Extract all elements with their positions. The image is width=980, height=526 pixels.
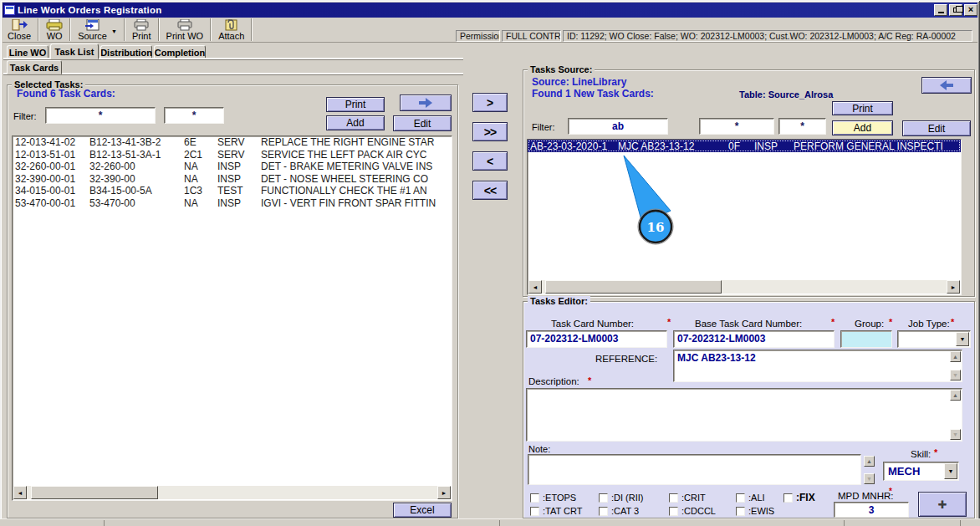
required-marker: * bbox=[889, 317, 892, 327]
task-card-number-field[interactable]: 07-202312-LM0003 bbox=[526, 330, 667, 348]
toolbar-separator bbox=[158, 18, 160, 41]
selected-filter-label: Filter: bbox=[13, 111, 37, 121]
toolbar-attach-button[interactable]: Attach bbox=[213, 18, 249, 42]
checkbox-tat-crt[interactable]: :TAT CRT bbox=[530, 506, 582, 516]
group-field[interactable] bbox=[840, 330, 892, 348]
transfer-left-button[interactable]: < bbox=[472, 151, 508, 171]
minimize-button[interactable] bbox=[934, 4, 947, 16]
description-field[interactable]: ▲ ▼ bbox=[526, 388, 962, 442]
toolbar-close-button[interactable]: Close bbox=[3, 18, 36, 42]
toolbar-source-button[interactable]: Source ▼ bbox=[73, 18, 122, 42]
required-marker: * bbox=[889, 487, 892, 496]
mpd-mnhr-field[interactable]: 3 bbox=[834, 502, 909, 518]
task-row[interactable]: 34-015-00-01B34-15-00-5A1C3TESTFUNCTIONA… bbox=[13, 185, 452, 197]
checkbox-fix[interactable]: :FIX bbox=[783, 492, 815, 503]
scroll-right-icon[interactable]: ► bbox=[437, 486, 451, 499]
selected-list-hscrollbar[interactable]: ◄ ► bbox=[13, 486, 451, 499]
scroll-thumb[interactable] bbox=[31, 486, 158, 499]
task-row[interactable]: 12-013-41-02B12-13-41-3B-26ESERVREPLACE … bbox=[13, 136, 452, 149]
transfer-all-left-button[interactable]: << bbox=[472, 181, 508, 200]
task-row[interactable]: 32-390-00-0132-390-00NAINSPDET - NOSE WH… bbox=[13, 173, 452, 186]
required-marker: * bbox=[667, 317, 671, 327]
task-row[interactable]: 12-013-51-01B12-13-51-3A-12C1SERVSERVICE… bbox=[13, 149, 452, 161]
source-line: Source: LineLibrary bbox=[532, 76, 626, 88]
selected-edit-button[interactable]: Edit bbox=[393, 115, 452, 131]
source-tasks-list[interactable]: AB-23-03-2020-1 MJC AB23-13-12 0F INSP P… bbox=[527, 139, 962, 295]
scroll-thumb[interactable] bbox=[545, 280, 722, 294]
source-filter-input-1[interactable]: ab bbox=[568, 118, 668, 135]
checkbox-di-rii[interactable]: :DI (RII) bbox=[599, 493, 644, 503]
source-dropdown-caret-icon[interactable]: ▼ bbox=[111, 28, 117, 42]
scroll-right-icon[interactable]: ► bbox=[947, 280, 960, 294]
toolbar-wo-button[interactable]: WO bbox=[41, 18, 68, 42]
tasks-editor-legend: Tasks Editor: bbox=[528, 296, 590, 306]
checkbox-box[interactable] bbox=[599, 493, 608, 503]
transfer-all-right-button[interactable]: >> bbox=[472, 122, 508, 141]
checkbox-cdccl[interactable]: :CDCCL bbox=[669, 506, 716, 516]
checkbox-box[interactable] bbox=[530, 507, 539, 516]
plus-icon: ✚ bbox=[938, 498, 947, 511]
title-bar: Line Work Orders Registration × bbox=[3, 3, 977, 18]
checkbox-ali[interactable]: :ALI bbox=[736, 493, 765, 503]
source-task-row-selected[interactable]: AB-23-03-2020-1 MJC AB23-13-12 0F INSP P… bbox=[528, 140, 961, 152]
task-row[interactable]: 53-470-00-0153-470-00NAINSPIGVI - VERT F… bbox=[13, 197, 452, 210]
toolbar-print-button[interactable]: Print bbox=[127, 18, 156, 42]
reference-field[interactable]: MJC AB23-13-12 ▲ ▼ bbox=[673, 350, 962, 382]
checkbox-box[interactable] bbox=[599, 507, 608, 516]
scroll-down-icon[interactable]: ▼ bbox=[950, 370, 961, 380]
transfer-right-button[interactable]: > bbox=[472, 93, 508, 112]
skill-caret-icon[interactable]: ▼ bbox=[944, 463, 957, 479]
permission-value-box: FULL CONTROL bbox=[502, 30, 561, 42]
selected-print-button[interactable]: Print bbox=[326, 97, 385, 112]
checkbox-box[interactable] bbox=[736, 493, 745, 503]
base-task-card-number-label: Base Task Card Number: bbox=[695, 319, 802, 329]
tab-task-list[interactable]: Task List bbox=[50, 43, 99, 59]
scroll-down-icon[interactable]: ▼ bbox=[864, 473, 875, 484]
base-task-card-number-field[interactable]: 07-202312-LM0003 bbox=[673, 330, 835, 348]
restore-button[interactable] bbox=[949, 4, 962, 16]
add-more-button[interactable]: ✚ bbox=[918, 492, 967, 517]
scroll-up-icon[interactable]: ▲ bbox=[950, 390, 961, 401]
toolbar-separator bbox=[69, 18, 71, 41]
checkbox-ewis[interactable]: :EWIS bbox=[736, 506, 774, 516]
checkbox-box[interactable] bbox=[669, 493, 678, 503]
selected-add-button[interactable]: Add bbox=[326, 115, 385, 130]
scroll-up-icon[interactable]: ▲ bbox=[864, 456, 875, 467]
source-list-hscrollbar[interactable]: ◄ ► bbox=[528, 280, 960, 294]
job-type-dropdown[interactable]: ▼ bbox=[897, 330, 971, 348]
subtab-task-cards[interactable]: Task Cards bbox=[7, 60, 62, 74]
required-marker: * bbox=[588, 375, 591, 386]
skill-dropdown[interactable]: MECH ▼ bbox=[883, 462, 959, 481]
job-type-caret-icon[interactable]: ▼ bbox=[956, 332, 969, 346]
task-row[interactable]: 32-260-00-0132-260-00NAINSPDET - BRAKE M… bbox=[13, 161, 452, 173]
checkbox-box[interactable] bbox=[783, 493, 793, 503]
source-filter-input-3[interactable]: * bbox=[778, 118, 826, 135]
checkbox-box[interactable] bbox=[669, 507, 678, 516]
toolbar-print-wo-button[interactable]: Print WO bbox=[161, 18, 209, 42]
source-edit-button[interactable]: Edit bbox=[902, 120, 971, 136]
printer-icon bbox=[176, 19, 193, 31]
checkbox-etops[interactable]: :ETOPS bbox=[530, 493, 576, 503]
window-title: Line Work Orders Registration bbox=[18, 5, 161, 15]
selected-tasks-list[interactable]: 12-013-41-02B12-13-41-3B-26ESERVREPLACE … bbox=[12, 135, 452, 501]
checkbox-cat3[interactable]: :CAT 3 bbox=[599, 506, 639, 516]
source-print-button[interactable]: Print bbox=[832, 101, 893, 115]
toolbar-attach-label: Attach bbox=[218, 31, 244, 41]
selected-filter-input-1[interactable]: * bbox=[45, 107, 156, 124]
checkbox-box[interactable] bbox=[736, 507, 745, 516]
source-filter-input-2[interactable]: * bbox=[699, 118, 774, 135]
note-field[interactable] bbox=[528, 454, 861, 485]
checkbox-box[interactable] bbox=[530, 493, 539, 503]
close-window-button[interactable]: × bbox=[964, 4, 977, 16]
toolbar-close-label: Close bbox=[8, 31, 31, 41]
scroll-up-icon[interactable]: ▲ bbox=[950, 351, 961, 362]
excel-button[interactable]: Excel bbox=[393, 503, 452, 518]
move-selected-right-button[interactable] bbox=[400, 94, 452, 111]
checkbox-crit[interactable]: :CRIT bbox=[669, 493, 706, 503]
source-add-button[interactable]: Add bbox=[832, 120, 893, 135]
scroll-left-icon[interactable]: ◄ bbox=[13, 486, 27, 499]
scroll-left-icon[interactable]: ◄ bbox=[528, 280, 542, 294]
move-source-left-button[interactable] bbox=[921, 77, 972, 94]
scroll-down-icon[interactable]: ▼ bbox=[950, 429, 961, 440]
selected-filter-input-2[interactable]: * bbox=[164, 107, 224, 124]
